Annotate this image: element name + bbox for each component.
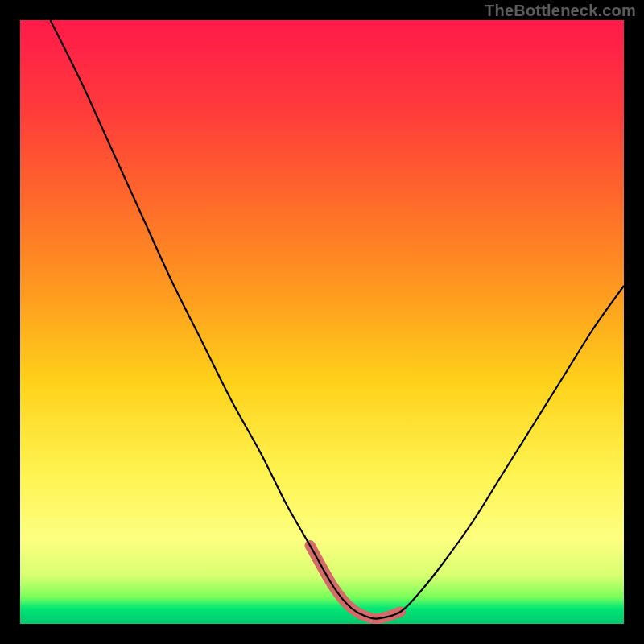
watermark-text: TheBottleneck.com — [485, 2, 636, 20]
gradient-background — [20, 20, 624, 624]
plot-area — [20, 20, 624, 624]
chart-frame: TheBottleneck.com — [0, 0, 644, 644]
bottleneck-chart — [20, 20, 624, 624]
